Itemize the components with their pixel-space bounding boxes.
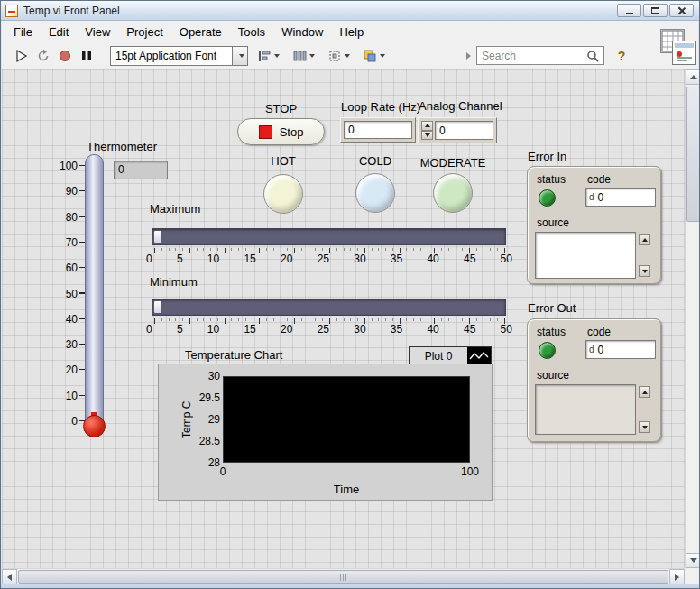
analog-channel-value[interactable]: 0 xyxy=(435,121,493,140)
minimize-button[interactable] xyxy=(617,4,641,17)
horizontal-scroll-thumb[interactable] xyxy=(18,570,668,584)
stop-button[interactable]: Stop xyxy=(237,118,325,145)
tick-label: 60 xyxy=(66,262,78,274)
decrement-button[interactable] xyxy=(421,131,433,141)
error-in-label: Error In xyxy=(528,150,566,163)
align-objects-button[interactable] xyxy=(253,45,283,67)
error-out-source-field xyxy=(535,384,636,435)
tick-label: 45 xyxy=(464,323,475,336)
horizontal-scrollbar[interactable] xyxy=(2,568,685,584)
reorder-objects-icon xyxy=(363,49,377,63)
scroll-down-button[interactable] xyxy=(686,553,700,568)
vi-icon-editor[interactable] xyxy=(672,41,696,65)
radix-indicator: d xyxy=(586,192,598,202)
moderate-label: MODERATE xyxy=(419,156,487,170)
code-label: code xyxy=(587,326,611,338)
maximize-button[interactable] xyxy=(643,4,668,17)
tick-label: 30 xyxy=(66,339,78,351)
menu-operate[interactable]: Operate xyxy=(171,22,230,42)
minimum-slider-track[interactable] xyxy=(152,299,506,316)
error-in-source-field[interactable] xyxy=(535,232,636,279)
run-button[interactable] xyxy=(11,45,32,67)
tick-label: 40 xyxy=(427,253,438,265)
vertical-scrollbar[interactable] xyxy=(685,69,700,568)
error-out-code-field: d 0 xyxy=(585,340,656,359)
scroll-down-button[interactable] xyxy=(639,421,650,433)
menu-edit[interactable]: Edit xyxy=(41,22,77,42)
tick-label: 29.5 xyxy=(193,392,220,403)
waveform-chart: Temp C 30 29.5 29 28.5 28 0 100 Time xyxy=(158,364,493,501)
font-selector-dropdown-button[interactable] xyxy=(233,46,248,66)
down-arrow-icon xyxy=(642,270,648,273)
maximum-slider-scale: 0 5 10 15 20 25 30 35 40 45 50 xyxy=(146,253,512,265)
resize-objects-button[interactable] xyxy=(324,45,354,67)
tick-label: 0 xyxy=(146,323,152,336)
scroll-up-button[interactable] xyxy=(639,386,650,398)
scroll-up-button[interactable] xyxy=(686,69,700,85)
error-in-status-led[interactable] xyxy=(539,189,556,207)
pause-button[interactable] xyxy=(76,45,97,67)
scroll-left-button[interactable] xyxy=(2,569,17,584)
right-arrow-icon xyxy=(675,574,679,581)
error-out-source-scrollbar xyxy=(639,386,650,433)
menu-tools[interactable]: Tools xyxy=(230,22,273,42)
vertical-scroll-thumb[interactable] xyxy=(686,87,700,222)
analog-channel-control[interactable]: 0 xyxy=(418,117,497,143)
abort-button[interactable] xyxy=(54,45,76,67)
chevron-down-icon xyxy=(345,54,350,58)
run-arrow-icon xyxy=(14,49,29,63)
thermometer-scale: 100 90 80 70 60 50 40 30 20 10 0 xyxy=(49,161,78,428)
menu-view[interactable]: View xyxy=(77,22,118,42)
chart-plot-area xyxy=(223,376,470,463)
maximum-slider-thumb[interactable] xyxy=(153,230,162,244)
up-arrow-icon xyxy=(642,238,648,242)
status-label: status xyxy=(537,326,566,338)
error-in-cluster: status code d 0 source xyxy=(527,166,662,285)
tick-label: 45 xyxy=(464,253,475,265)
up-arrow-icon xyxy=(425,124,430,127)
menu-project[interactable]: Project xyxy=(118,22,170,42)
vi-icon-banner xyxy=(675,43,694,48)
source-label: source xyxy=(537,369,569,382)
loop-rate-control[interactable]: 0 xyxy=(340,117,416,143)
resize-objects-icon xyxy=(327,49,342,63)
search-icon xyxy=(586,50,599,62)
font-selector[interactable]: 15pt Application Font xyxy=(110,46,233,66)
chart-y-axis-label: Temp C xyxy=(180,376,193,463)
search-input[interactable]: Search xyxy=(476,46,604,65)
tick-label: 30 xyxy=(354,253,365,265)
status-label: status xyxy=(537,173,566,186)
scroll-down-button[interactable] xyxy=(639,265,650,277)
tick-label: 100 xyxy=(457,465,483,478)
menu-file[interactable]: File xyxy=(5,22,41,42)
increment-button[interactable] xyxy=(421,121,433,131)
minimum-slider-thumb[interactable] xyxy=(153,300,162,314)
tick-label: 0 xyxy=(216,465,230,478)
tick-label: 25 xyxy=(318,323,329,336)
down-arrow-icon xyxy=(425,133,430,137)
menu-window[interactable]: Window xyxy=(273,22,331,42)
cold-led xyxy=(355,173,395,213)
run-continuously-button[interactable] xyxy=(32,45,54,67)
tick-label: 20 xyxy=(281,253,292,265)
maximum-slider-track[interactable] xyxy=(152,228,506,245)
title-bar[interactable]: Temp.vi Front Panel xyxy=(1,1,699,21)
minimum-slider-label: Minimum xyxy=(150,275,198,289)
context-help-button[interactable]: ? xyxy=(612,46,631,66)
plot-legend[interactable]: Plot 0 xyxy=(409,346,492,365)
maximize-icon xyxy=(651,7,659,14)
menu-help[interactable]: Help xyxy=(331,22,372,42)
loop-rate-value[interactable]: 0 xyxy=(344,121,412,139)
reorder-objects-button[interactable] xyxy=(359,45,389,67)
error-in-code-field[interactable]: d 0 xyxy=(585,188,656,207)
scroll-right-button[interactable] xyxy=(669,569,685,584)
vi-icon-line xyxy=(677,57,692,59)
minimize-icon xyxy=(626,13,633,14)
close-button[interactable] xyxy=(669,4,694,17)
run-continuously-icon xyxy=(36,49,51,63)
distribute-objects-button[interactable] xyxy=(289,45,318,67)
thermometer-tube xyxy=(85,154,104,425)
minimum-slider-scale: 0 5 10 15 20 25 30 35 40 45 50 xyxy=(146,323,512,336)
scroll-up-button[interactable] xyxy=(639,234,650,245)
help-question-icon: ? xyxy=(618,49,626,63)
